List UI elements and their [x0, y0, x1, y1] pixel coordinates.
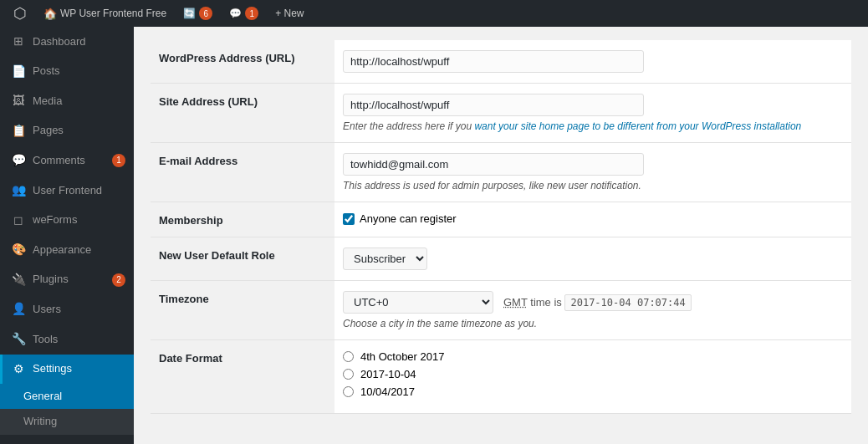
plugins-icon: 🔌 — [11, 272, 26, 288]
email-cell: This address is used for admin purposes,… — [334, 143, 851, 202]
timezone-select[interactable]: UTC+0 — [343, 291, 493, 314]
table-row-site-address: Site Address (URL) Enter the address her… — [151, 84, 851, 143]
sidebar-item-label: Media — [33, 94, 62, 109]
date-option-1: 4th October 2017 — [343, 350, 843, 363]
wordpress-address-label: WordPress Address (URL) — [151, 40, 334, 84]
wordpress-address-cell — [334, 40, 851, 84]
admin-bar: ⬡ 🏠 WP User Frontend Free 🔄 6 💬 1 + New — [0, 0, 868, 27]
site-address-help: Enter the address here if you want your … — [343, 120, 843, 132]
table-row-date-format: Date Format 4th October 2017 2017-10-04 — [151, 340, 851, 414]
anyone-can-register-checkbox[interactable] — [343, 213, 355, 225]
date-format-cell: 4th October 2017 2017-10-04 10/04/2017 — [334, 340, 851, 414]
new-user-role-cell: Subscriber — [334, 237, 851, 281]
date-option-3: 10/04/2017 — [343, 385, 843, 398]
sidebar-item-label: Dashboard — [33, 34, 86, 49]
submenu-item-label: General — [23, 389, 62, 404]
wordpress-address-input[interactable] — [343, 50, 644, 73]
weforms-icon: ◻ — [11, 212, 26, 229]
admin-bar-updates[interactable]: 🔄 6 — [176, 0, 219, 27]
timezone-row: UTC+0 GMT time is 2017-10-04 07:07:44 — [343, 291, 843, 314]
table-row-timezone: Timezone UTC+0 GMT time is 2017-10-04 07… — [151, 281, 851, 340]
dashboard-icon: ⊞ — [11, 33, 26, 50]
timezone-help: Choose a city in the same timezone as yo… — [343, 318, 843, 329]
submenu-item-label: Writing — [23, 414, 57, 429]
timezone-label: Timezone — [151, 281, 334, 340]
site-address-cell: Enter the address here if you want your … — [334, 84, 851, 143]
settings-submenu: General Writing — [0, 384, 134, 434]
settings-icon: ⚙ — [11, 361, 26, 378]
table-row-email: E-mail Address This address is used for … — [151, 143, 851, 202]
sidebar-item-posts[interactable]: 📄 Posts — [0, 57, 134, 87]
media-icon: 🖼 — [11, 93, 26, 110]
email-input[interactable] — [343, 153, 644, 176]
submenu-item-writing[interactable]: Writing — [0, 409, 134, 434]
site-address-input[interactable] — [343, 94, 644, 116]
new-user-role-label: New User Default Role — [151, 237, 334, 281]
admin-bar-comments[interactable]: 💬 1 — [222, 0, 265, 27]
sidebar-item-label: Plugins — [33, 272, 69, 287]
admin-bar-new[interactable]: + New — [268, 0, 310, 27]
users-icon: 👤 — [11, 301, 26, 318]
sidebar-item-user-frontend[interactable]: 👥 User Frontend — [0, 176, 134, 206]
sidebar-item-label: Settings — [33, 361, 72, 376]
table-row-new-user-role: New User Default Role Subscriber — [151, 237, 851, 281]
sidebar-item-label: Comments — [33, 153, 85, 168]
sidebar-item-appearance[interactable]: 🎨 Appearance — [0, 235, 134, 265]
gmt-info: GMT time is 2017-10-04 07:07:44 — [503, 296, 692, 309]
sidebar-item-weforms[interactable]: ◻ weForms — [0, 206, 134, 236]
sidebar-item-plugins[interactable]: 🔌 Plugins 2 — [0, 265, 134, 295]
settings-table: WordPress Address (URL) Site Address (UR… — [151, 40, 851, 414]
sidebar-item-settings[interactable]: ⚙ Settings — [0, 355, 134, 385]
submenu-item-general[interactable]: General — [0, 384, 134, 409]
sidebar-item-tools[interactable]: 🔧 Tools — [0, 324, 134, 355]
sidebar-item-comments[interactable]: 💬 Comments 1 — [0, 145, 134, 176]
email-help: This address is used for admin purposes,… — [343, 180, 843, 191]
comments-badge: 1 — [112, 154, 125, 167]
posts-icon: 📄 — [11, 64, 26, 80]
plugins-badge: 2 — [112, 273, 125, 287]
pages-icon: 📋 — [11, 123, 26, 140]
main-content: WordPress Address (URL) Site Address (UR… — [134, 27, 868, 444]
sidebar-item-label: Posts — [33, 64, 60, 79]
sidebar-item-label: Tools — [33, 332, 58, 347]
content-area: WordPress Address (URL) Site Address (UR… — [134, 27, 868, 427]
sidebar-item-label: Appearance — [33, 242, 91, 258]
anyone-can-register-label: Anyone can register — [343, 212, 843, 225]
email-label: E-mail Address — [151, 143, 334, 202]
sidebar-item-label: weForms — [33, 212, 77, 227]
gmt-datetime: 2017-10-04 07:07:44 — [564, 294, 691, 311]
date-format-label: Date Format — [151, 340, 334, 414]
appearance-icon: 🎨 — [11, 242, 26, 258]
user-frontend-icon: 👥 — [11, 182, 26, 199]
sidebar-item-label: User Frontend — [33, 183, 102, 198]
new-user-role-select[interactable]: Subscriber — [343, 248, 427, 270]
date-radio-2[interactable] — [343, 369, 354, 380]
sidebar-item-media[interactable]: 🖼 Media — [0, 86, 134, 116]
sidebar: ⊞ Dashboard 📄 Posts 🖼 Media 📋 Pages 💬 Co… — [0, 27, 134, 444]
admin-bar-logo[interactable]: ⬡ — [7, 0, 33, 27]
timezone-cell: UTC+0 GMT time is 2017-10-04 07:07:44 Ch… — [334, 281, 851, 340]
membership-label: Membership — [151, 202, 334, 237]
admin-bar-site-name[interactable]: 🏠 WP User Frontend Free — [37, 0, 173, 27]
date-option-2: 2017-10-04 — [343, 368, 843, 380]
sidebar-item-dashboard[interactable]: ⊞ Dashboard — [0, 27, 134, 57]
sidebar-item-users[interactable]: 👤 Users — [0, 294, 134, 324]
table-row-membership: Membership Anyone can register — [151, 202, 851, 237]
sidebar-item-label: Users — [33, 302, 61, 317]
membership-cell: Anyone can register — [334, 202, 851, 237]
site-address-link[interactable]: want your site home page to be different… — [474, 120, 801, 132]
sidebar-item-label: Pages — [33, 123, 64, 138]
comments-icon: 💬 — [11, 152, 26, 169]
date-radio-3[interactable] — [343, 386, 354, 397]
tools-icon: 🔧 — [11, 331, 26, 348]
date-radio-1[interactable] — [343, 351, 354, 362]
site-address-label: Site Address (URL) — [151, 84, 334, 143]
sidebar-item-pages[interactable]: 📋 Pages — [0, 116, 134, 146]
table-row-wordpress-address: WordPress Address (URL) — [151, 40, 851, 84]
